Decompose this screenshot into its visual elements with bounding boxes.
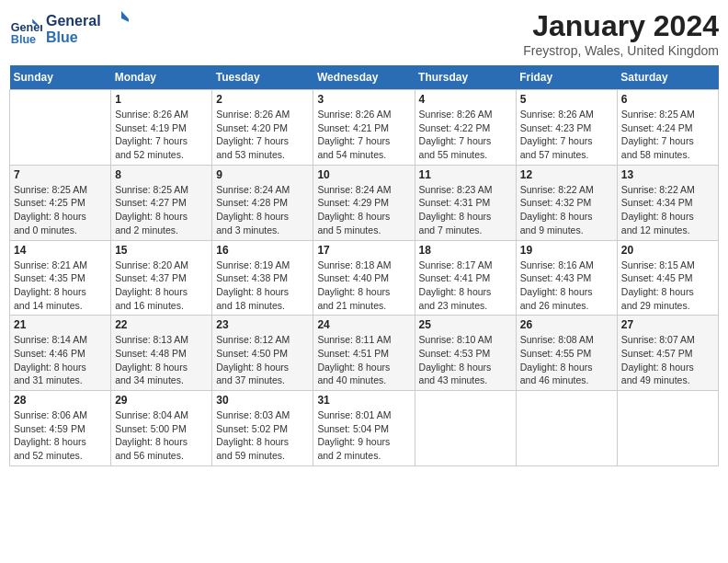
calendar-day-header: Thursday (415, 65, 516, 90)
calendar-day-cell (617, 391, 718, 466)
calendar-day-cell (415, 391, 516, 466)
day-info: Sunrise: 8:20 AM Sunset: 4:37 PM Dayligh… (115, 259, 208, 313)
calendar-day-cell: 13Sunrise: 8:22 AM Sunset: 4:34 PM Dayli… (617, 165, 718, 240)
day-info: Sunrise: 8:23 AM Sunset: 4:31 PM Dayligh… (419, 183, 512, 237)
day-info: Sunrise: 8:12 AM Sunset: 4:50 PM Dayligh… (216, 333, 309, 387)
day-number: 31 (317, 394, 410, 407)
calendar-day-cell: 1Sunrise: 8:26 AM Sunset: 4:19 PM Daylig… (111, 90, 212, 166)
calendar-day-cell: 26Sunrise: 8:08 AM Sunset: 4:55 PM Dayli… (516, 316, 617, 391)
calendar-day-cell: 9Sunrise: 8:24 AM Sunset: 4:28 PM Daylig… (212, 165, 313, 240)
calendar-day-header: Friday (516, 65, 617, 90)
svg-text:Blue: Blue (11, 33, 36, 46)
day-number: 5 (520, 93, 613, 106)
day-info: Sunrise: 8:03 AM Sunset: 5:02 PM Dayligh… (216, 408, 309, 463)
day-info: Sunrise: 8:24 AM Sunset: 4:28 PM Dayligh… (216, 183, 309, 237)
day-number: 22 (115, 318, 208, 331)
calendar-day-header: Monday (111, 65, 212, 90)
day-number: 8 (115, 168, 208, 181)
calendar-day-cell: 18Sunrise: 8:17 AM Sunset: 4:41 PM Dayli… (415, 240, 516, 316)
day-number: 1 (115, 93, 208, 106)
calendar-table: SundayMondayTuesdayWednesdayThursdayFrid… (9, 65, 719, 466)
day-number: 13 (621, 168, 714, 181)
day-number: 10 (317, 168, 410, 181)
day-number: 28 (14, 394, 107, 407)
day-number: 29 (115, 394, 208, 407)
calendar-header-row: SundayMondayTuesdayWednesdayThursdayFrid… (10, 65, 719, 90)
day-number: 24 (317, 318, 410, 331)
calendar-day-cell: 4Sunrise: 8:26 AM Sunset: 4:22 PM Daylig… (415, 90, 516, 166)
calendar-day-cell (516, 391, 617, 466)
day-number: 19 (520, 244, 613, 257)
calendar-day-cell: 21Sunrise: 8:14 AM Sunset: 4:46 PM Dayli… (10, 316, 111, 391)
calendar-day-cell: 16Sunrise: 8:19 AM Sunset: 4:38 PM Dayli… (212, 240, 313, 316)
calendar-day-header: Wednesday (313, 65, 415, 90)
day-number: 12 (520, 168, 613, 181)
calendar-day-cell: 25Sunrise: 8:10 AM Sunset: 4:53 PM Dayli… (415, 316, 516, 391)
calendar-day-cell: 29Sunrise: 8:04 AM Sunset: 5:00 PM Dayli… (111, 391, 212, 466)
day-info: Sunrise: 8:21 AM Sunset: 4:35 PM Dayligh… (14, 259, 107, 313)
location: Freystrop, Wales, United Kingdom (523, 43, 719, 58)
day-number: 15 (115, 244, 208, 257)
calendar-day-cell: 7Sunrise: 8:25 AM Sunset: 4:25 PM Daylig… (10, 165, 111, 240)
calendar-day-header: Tuesday (212, 65, 313, 90)
svg-marker-5 (121, 11, 129, 24)
calendar-day-cell: 15Sunrise: 8:20 AM Sunset: 4:37 PM Dayli… (111, 240, 212, 316)
day-info: Sunrise: 8:15 AM Sunset: 4:45 PM Dayligh… (621, 259, 714, 313)
day-number: 23 (216, 318, 309, 331)
day-number: 2 (216, 93, 309, 106)
day-info: Sunrise: 8:19 AM Sunset: 4:38 PM Dayligh… (216, 259, 309, 313)
day-info: Sunrise: 8:16 AM Sunset: 4:43 PM Dayligh… (520, 259, 613, 313)
day-number: 4 (419, 93, 512, 106)
day-number: 30 (216, 394, 309, 407)
calendar-day-cell: 30Sunrise: 8:03 AM Sunset: 5:02 PM Dayli… (212, 391, 313, 466)
calendar-day-cell: 17Sunrise: 8:18 AM Sunset: 4:40 PM Dayli… (313, 240, 415, 316)
month-title: January 2024 (523, 9, 719, 43)
calendar-day-cell: 6Sunrise: 8:25 AM Sunset: 4:24 PM Daylig… (617, 90, 718, 166)
day-info: Sunrise: 8:25 AM Sunset: 4:27 PM Dayligh… (115, 183, 208, 237)
calendar-day-cell: 20Sunrise: 8:15 AM Sunset: 4:45 PM Dayli… (617, 240, 718, 316)
calendar-day-cell: 23Sunrise: 8:12 AM Sunset: 4:50 PM Dayli… (212, 316, 313, 391)
day-number: 7 (14, 168, 107, 181)
day-info: Sunrise: 8:24 AM Sunset: 4:29 PM Dayligh… (317, 183, 410, 237)
day-info: Sunrise: 8:06 AM Sunset: 4:59 PM Dayligh… (14, 408, 107, 463)
day-info: Sunrise: 8:26 AM Sunset: 4:21 PM Dayligh… (317, 108, 410, 162)
day-number: 14 (14, 244, 107, 257)
logo-icon: General Blue (9, 15, 42, 48)
calendar-day-cell (10, 90, 111, 166)
day-number: 9 (216, 168, 309, 181)
day-number: 16 (216, 244, 309, 257)
day-info: Sunrise: 8:26 AM Sunset: 4:19 PM Dayligh… (115, 108, 208, 162)
day-number: 18 (419, 244, 512, 257)
calendar-week-row: 14Sunrise: 8:21 AM Sunset: 4:35 PM Dayli… (10, 240, 719, 316)
logo: General Blue General Blue (9, 9, 129, 53)
day-number: 17 (317, 244, 410, 257)
day-info: Sunrise: 8:10 AM Sunset: 4:53 PM Dayligh… (419, 333, 512, 387)
calendar-day-cell: 28Sunrise: 8:06 AM Sunset: 4:59 PM Dayli… (10, 391, 111, 466)
calendar-day-cell: 19Sunrise: 8:16 AM Sunset: 4:43 PM Dayli… (516, 240, 617, 316)
calendar-day-cell: 31Sunrise: 8:01 AM Sunset: 5:04 PM Dayli… (313, 391, 415, 466)
svg-text:Blue: Blue (46, 29, 78, 45)
day-info: Sunrise: 8:08 AM Sunset: 4:55 PM Dayligh… (520, 333, 613, 387)
calendar-day-cell: 22Sunrise: 8:13 AM Sunset: 4:48 PM Dayli… (111, 316, 212, 391)
calendar-day-cell: 11Sunrise: 8:23 AM Sunset: 4:31 PM Dayli… (415, 165, 516, 240)
day-number: 21 (14, 318, 107, 331)
day-info: Sunrise: 8:01 AM Sunset: 5:04 PM Dayligh… (317, 408, 410, 463)
day-info: Sunrise: 8:22 AM Sunset: 4:32 PM Dayligh… (520, 183, 613, 237)
day-info: Sunrise: 8:25 AM Sunset: 4:24 PM Dayligh… (621, 108, 714, 162)
day-number: 6 (621, 93, 714, 106)
calendar-day-cell: 24Sunrise: 8:11 AM Sunset: 4:51 PM Dayli… (313, 316, 415, 391)
day-number: 27 (621, 318, 714, 331)
day-info: Sunrise: 8:22 AM Sunset: 4:34 PM Dayligh… (621, 183, 714, 237)
calendar-day-cell: 8Sunrise: 8:25 AM Sunset: 4:27 PM Daylig… (111, 165, 212, 240)
svg-text:General: General (46, 13, 101, 29)
calendar-day-cell: 12Sunrise: 8:22 AM Sunset: 4:32 PM Dayli… (516, 165, 617, 240)
day-info: Sunrise: 8:18 AM Sunset: 4:40 PM Dayligh… (317, 259, 410, 313)
calendar-day-cell: 10Sunrise: 8:24 AM Sunset: 4:29 PM Dayli… (313, 165, 415, 240)
title-area: January 2024 Freystrop, Wales, United Ki… (523, 9, 719, 58)
calendar-day-cell: 3Sunrise: 8:26 AM Sunset: 4:21 PM Daylig… (313, 90, 415, 166)
day-info: Sunrise: 8:25 AM Sunset: 4:25 PM Dayligh… (14, 183, 107, 237)
day-info: Sunrise: 8:07 AM Sunset: 4:57 PM Dayligh… (621, 333, 714, 387)
day-info: Sunrise: 8:11 AM Sunset: 4:51 PM Dayligh… (317, 333, 410, 387)
day-info: Sunrise: 8:17 AM Sunset: 4:41 PM Dayligh… (419, 259, 512, 313)
calendar-week-row: 7Sunrise: 8:25 AM Sunset: 4:25 PM Daylig… (10, 165, 719, 240)
